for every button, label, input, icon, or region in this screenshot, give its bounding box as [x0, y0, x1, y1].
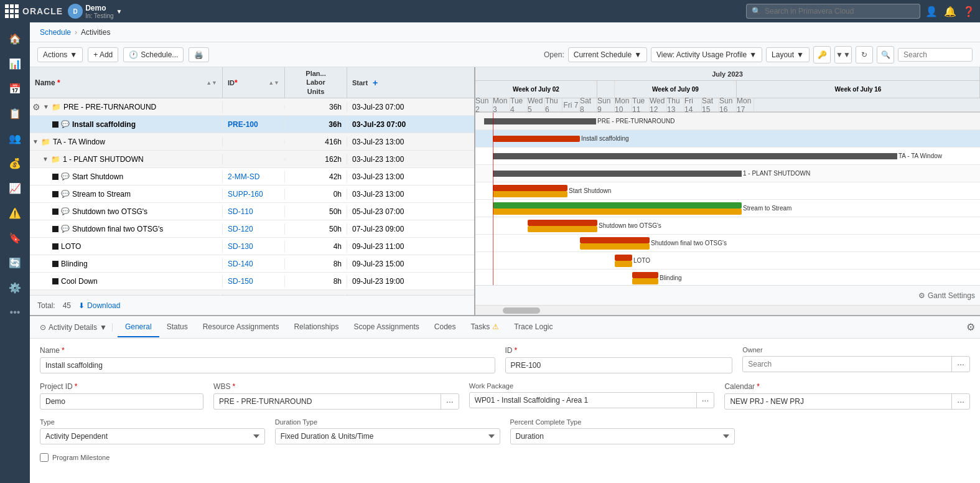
col-header-id[interactable]: ID * ▲▼ [223, 67, 285, 98]
sidebar-item-resources[interactable]: 👥 [4, 127, 26, 149]
breadcrumb-chevron: › [75, 28, 77, 37]
tab-resource-assignments[interactable]: Resource Assignments [195, 317, 287, 337]
name-label: Name * [40, 346, 495, 355]
col-header-start[interactable]: Start + [347, 67, 474, 98]
table-row[interactable]: ▼ 📁 TA Mech - MECHANICAL WINDOW 214h 10-… [30, 290, 474, 295]
add-column-icon[interactable]: + [373, 78, 378, 88]
tab-codes[interactable]: Codes [427, 317, 464, 337]
sidebar-item-reports[interactable]: 📈 [4, 177, 26, 199]
gantt-bar-install [493, 136, 580, 142]
owner-field[interactable]: ··· [742, 356, 970, 372]
tab-scope-label: Scope Assignments [353, 322, 419, 331]
percent-complete-type-select[interactable]: Duration Units Physical [510, 428, 735, 444]
sidebar-item-home[interactable]: 🏠 [4, 27, 26, 50]
current-schedule-dropdown[interactable]: Current Schedule ▼ [568, 47, 647, 62]
calendar-dots-button[interactable]: ··· [951, 394, 969, 409]
help-icon[interactable]: ❓ [963, 6, 975, 17]
table-row[interactable]: ⚙ ▼ 📁 PRE - PRE-TURNAROUND 36h 03-Jul-23… [30, 98, 474, 116]
table-row[interactable]: 💬 Start Shutdown 2-MM-SD 42h 03-Jul-23 1… [30, 168, 474, 185]
gantt-day-sat8: Sat 8 [580, 98, 597, 111]
search-toggle-button[interactable]: 🔍 [877, 46, 894, 63]
scroll-thumb[interactable] [503, 307, 540, 314]
actions-label: Actions [43, 50, 67, 59]
sidebar-item-settings[interactable]: ⚙️ [4, 276, 26, 299]
global-search-input[interactable] [765, 7, 915, 16]
work-package-input[interactable] [470, 393, 696, 408]
user-icon[interactable]: 👤 [925, 6, 938, 17]
tab-codes-label: Codes [434, 322, 456, 331]
bell-icon[interactable]: 🔔 [944, 6, 956, 17]
table-row[interactable]: 💬 Shutdown final two OTSG's SD-120 50h 0… [30, 220, 474, 238]
key-button[interactable]: 🔑 [813, 46, 831, 63]
work-package-dots-button[interactable]: ··· [696, 393, 714, 408]
search-input[interactable] [898, 48, 973, 62]
col-header-labor[interactable]: Plan...LaborUnits [285, 67, 347, 98]
activity-icon [52, 261, 58, 267]
sidebar-item-portfolio[interactable]: 📊 [4, 52, 26, 75]
table-row[interactable]: LOTO SD-130 4h 09-Jul-23 11:00 [30, 238, 474, 255]
layout-dropdown[interactable]: Layout ▼ [766, 47, 810, 62]
add-button[interactable]: + Add [88, 47, 118, 62]
refresh-button[interactable]: ↻ [856, 46, 873, 63]
expand-icon[interactable]: ▼ [43, 103, 49, 110]
tab-trace-logic[interactable]: Trace Logic [506, 317, 560, 337]
gantt-scrollbar[interactable] [475, 305, 980, 315]
type-select[interactable]: Activity Dependent Resource Dependent Le… [40, 428, 265, 444]
program-milestone-checkbox[interactable] [40, 453, 49, 462]
gantt-settings-button[interactable]: ⚙ Gantt Settings [918, 291, 975, 300]
sidebar-item-risks[interactable]: ⚠️ [4, 202, 26, 224]
row-start: 03-Jul-23 07:00 [347, 101, 474, 113]
print-button[interactable]: 🖨️ [189, 47, 209, 62]
table-row[interactable]: Blinding SD-140 8h 09-Jul-23 15:00 [30, 255, 474, 273]
row-labor: 4h [285, 241, 347, 252]
col-header-name[interactable]: Name * ▲▼ [30, 67, 223, 98]
panel-settings-button[interactable]: ⚙ [966, 321, 975, 333]
id-input[interactable] [505, 357, 733, 373]
layout-chevron-icon: ▼ [796, 50, 804, 59]
table-row[interactable]: ▼ 📁 TA - TA Window 416h 03-Jul-23 13:00 [30, 133, 474, 151]
sidebar-item-issues[interactable]: 🔖 [4, 227, 26, 249]
work-package-field[interactable]: ··· [469, 392, 715, 408]
owner-dots-button[interactable]: ··· [951, 357, 969, 372]
download-button[interactable]: ⬇ Download [78, 301, 120, 310]
table-row[interactable]: Cool Down SD-150 8h 09-Jul-23 19:00 [30, 273, 474, 290]
id-label: ID * [505, 346, 733, 355]
wbs-dots-button[interactable]: ··· [441, 394, 459, 409]
calendar-input[interactable] [725, 394, 951, 409]
sidebar-item-gantt[interactable]: 📋 [4, 102, 26, 124]
sidebar-item-cost[interactable]: 💰 [4, 152, 26, 174]
breadcrumb-activities: Activities [81, 28, 110, 37]
activity-details-toggle[interactable]: ⊙ Activity Details ▼ [35, 323, 113, 332]
project-id-input[interactable] [40, 393, 203, 410]
tab-scope-assignments[interactable]: Scope Assignments [346, 317, 426, 337]
wbs-field[interactable]: ··· [213, 393, 459, 410]
tab-status[interactable]: Status [159, 317, 195, 337]
breadcrumb-schedule[interactable]: Schedule [40, 28, 71, 37]
user-menu[interactable]: D Demo In: Testing ▼ [68, 4, 122, 19]
table-row[interactable]: 💬 Shutdown two OTSG's SD-110 50h 05-Jul-… [30, 203, 474, 220]
view-dropdown[interactable]: View: Activity Usage Profile ▼ [651, 47, 762, 62]
name-input[interactable] [40, 357, 495, 373]
table-row[interactable]: 💬 Install scaffolding PRE-100 36h 03-Jul… [30, 116, 474, 133]
wbs-input[interactable] [214, 394, 441, 409]
expand-icon[interactable]: ▼ [32, 138, 39, 145]
tab-tasks[interactable]: Tasks ⚠ [464, 317, 507, 337]
owner-input[interactable] [743, 357, 951, 372]
tab-general[interactable]: General [118, 317, 159, 337]
calendar-field[interactable]: ··· [724, 393, 970, 410]
gear-icon[interactable]: ⚙ [32, 102, 40, 112]
table-row[interactable]: 💬 Stream to Stream SUPP-160 0h 03-Jul-23… [30, 185, 474, 203]
sidebar-item-schedule[interactable]: 📅 [4, 77, 26, 100]
gantt-week-1: Week of July 02 [475, 81, 597, 98]
sidebar-item-more[interactable]: ••• [4, 301, 26, 324]
expand-icon[interactable]: ▼ [42, 156, 49, 162]
schedule-button[interactable]: 🕐 Schedule... [123, 47, 184, 62]
table-row[interactable]: ▼ 📁 1 - PLANT SHUTDOWN 162h 03-Jul-23 13… [30, 151, 474, 168]
sidebar-item-changes[interactable]: 🔄 [4, 251, 26, 274]
duration-type-select[interactable]: Fixed Duration & Units/Time Fixed Durati… [275, 428, 500, 444]
gantt-day-mon10: Mon 10 [615, 98, 632, 111]
filter-button[interactable]: ▼▼ [834, 46, 852, 63]
actions-button[interactable]: Actions ▼ [37, 47, 83, 62]
tab-relationships[interactable]: Relationships [286, 317, 346, 337]
global-search[interactable]: 🔍 [746, 4, 920, 19]
